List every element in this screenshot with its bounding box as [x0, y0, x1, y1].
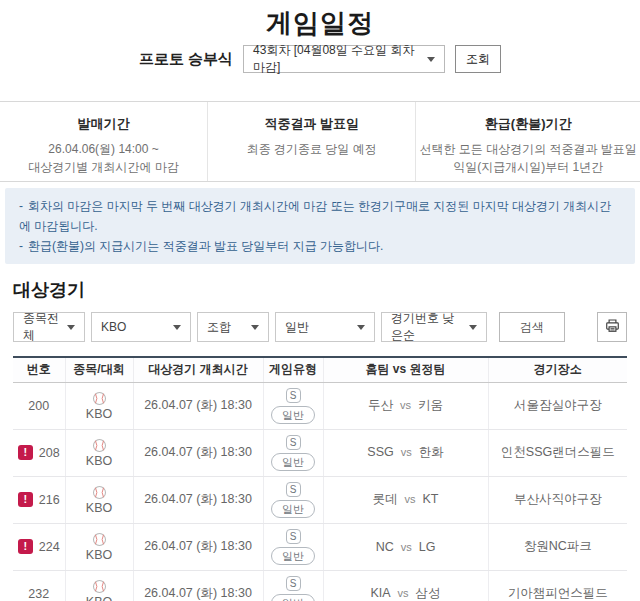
- sport-cell: KBO: [65, 382, 133, 429]
- filter-sort-value: 경기번호 낮은순: [391, 310, 463, 344]
- header-venue: 경기장소: [488, 357, 627, 382]
- filter-game-type-select[interactable]: 일반: [275, 312, 375, 342]
- away-team: KT: [423, 492, 439, 506]
- game-type-pill: 일반: [271, 594, 315, 601]
- note-bullet: -: [19, 239, 23, 253]
- vs-label: vs: [398, 587, 409, 599]
- venue: 창원NC파크: [488, 523, 627, 570]
- alert-icon: !: [18, 539, 33, 554]
- game-type-pill: 일반: [271, 406, 315, 424]
- round-selector-label: 프로토 승부식: [139, 50, 233, 69]
- info-line: 익일(지급개시일)부터 1년간: [416, 158, 640, 176]
- league-label: KBO: [86, 595, 112, 601]
- venue: 인천SSG랜더스필드: [488, 429, 627, 476]
- vs-label: vs: [401, 446, 412, 458]
- filter-sport-select[interactable]: 종목전체: [13, 312, 85, 342]
- sport-cell: KBO: [65, 570, 133, 601]
- game-number: 208: [39, 446, 60, 460]
- game-type-cell: S 일반: [263, 523, 323, 570]
- game-number: 216: [39, 493, 60, 507]
- chevron-down-icon: [427, 57, 435, 62]
- game-schedule-page: 게임일정 프로토 승부식 43회차 [04월08일 수요일 회차마감] 조회 발…: [0, 0, 640, 601]
- filter-row: 종목전체 KBO 조합 일반 경기번호 낮은순 검색: [13, 312, 627, 342]
- away-team: 삼성: [416, 586, 441, 600]
- baseball-icon: [92, 579, 107, 594]
- match-cell: 두산vs키움: [323, 382, 488, 429]
- round-select[interactable]: 43회차 [04월08일 수요일 회차마감]: [243, 45, 445, 73]
- match-cell: KIAvs삼성: [323, 570, 488, 601]
- printer-icon: [604, 317, 621, 337]
- filter-combo-select[interactable]: 조합: [197, 312, 269, 342]
- print-button[interactable]: [597, 312, 627, 342]
- match-cell: 롯데vsKT: [323, 476, 488, 523]
- sport-cell: KBO: [65, 523, 133, 570]
- game-type-cell: S 일반: [263, 382, 323, 429]
- league-label: KBO: [86, 454, 112, 468]
- note-line: -회차의 마감은 마지막 두 번째 대상경기 개최시간에 마감 또는 한경기구매…: [19, 196, 621, 236]
- target-games-title: 대상경기: [13, 278, 640, 302]
- match-cell: SSGvs한화: [323, 429, 488, 476]
- alert-icon: !: [18, 492, 33, 507]
- vs-label: vs: [405, 493, 416, 505]
- inquiry-button[interactable]: 조회: [455, 45, 501, 73]
- away-team: 키움: [418, 398, 443, 412]
- venue: 서울잠실야구장: [488, 382, 627, 429]
- away-team: LG: [419, 540, 436, 554]
- game-type-s-badge: S: [286, 576, 301, 591]
- venue: 부산사직야구장: [488, 476, 627, 523]
- info-line: 26.04.06(월) 14:00 ~: [0, 140, 207, 158]
- game-type-s-badge: S: [286, 388, 301, 403]
- baseball-icon: [92, 391, 107, 406]
- baseball-icon: [92, 485, 107, 500]
- game-time: 26.04.07 (화) 18:30: [133, 523, 263, 570]
- match-cell: NCvsLG: [323, 523, 488, 570]
- home-team: 두산: [368, 398, 393, 412]
- table-row: !208 KBO 26.04.07 (화) 18:30 S 일반 SSGvs한화…: [13, 429, 627, 476]
- game-time: 26.04.07 (화) 18:30: [133, 382, 263, 429]
- info-title: 환급(환불)기간: [416, 115, 640, 133]
- alert-icon: !: [18, 445, 33, 460]
- info-col-sales-period: 발매기간 26.04.06(월) 14:00 ~ 대상경기별 개최시간에 마감: [0, 102, 207, 181]
- league-label: KBO: [86, 501, 112, 515]
- header-time: 대상경기 개최시간: [133, 357, 263, 382]
- game-type-cell: S 일반: [263, 476, 323, 523]
- game-time: 26.04.07 (화) 18:30: [133, 476, 263, 523]
- vs-label: vs: [400, 399, 411, 411]
- away-team: 한화: [419, 445, 444, 459]
- league-label: KBO: [86, 548, 112, 562]
- game-type-s-badge: S: [286, 529, 301, 544]
- info-col-result-date: 적중결과 발표일 최종 경기종료 당일 예정: [207, 102, 415, 181]
- home-team: NC: [376, 540, 394, 554]
- note-bullet: -: [19, 199, 23, 213]
- chevron-down-icon: [469, 325, 477, 330]
- game-type-pill: 일반: [271, 453, 315, 471]
- filter-sport-value: 종목전체: [23, 310, 61, 344]
- filter-sort-select[interactable]: 경기번호 낮은순: [381, 312, 487, 342]
- info-title: 발매기간: [0, 115, 207, 133]
- info-line: 최종 경기종료 당일 예정: [208, 140, 415, 158]
- game-type-s-badge: S: [286, 435, 301, 450]
- game-number: 200: [28, 399, 49, 413]
- filter-league-select[interactable]: KBO: [91, 312, 191, 342]
- sport-cell: KBO: [65, 429, 133, 476]
- baseball-icon: [92, 532, 107, 547]
- game-time: 26.04.07 (화) 18:30: [133, 429, 263, 476]
- filter-combo-value: 조합: [207, 319, 231, 336]
- table-row: !216 KBO 26.04.07 (화) 18:30 S 일반 롯데vsKT …: [13, 476, 627, 523]
- games-table: 번호 종목/대회 대상경기 개최시간 게임유형 홈팀 vs 원정팀 경기장소 2…: [13, 356, 627, 601]
- chevron-down-icon: [67, 325, 75, 330]
- info-panel: 발매기간 26.04.06(월) 14:00 ~ 대상경기별 개최시간에 마감 …: [0, 101, 640, 182]
- info-line: 선택한 모든 대상경기의 적중결과 발표일: [416, 140, 640, 158]
- game-type-pill: 일반: [271, 547, 315, 565]
- league-label: KBO: [86, 407, 112, 421]
- info-title: 적중결과 발표일: [208, 115, 415, 133]
- filter-game-type-value: 일반: [285, 319, 309, 336]
- chevron-down-icon: [173, 325, 181, 330]
- table-row: !224 KBO 26.04.07 (화) 18:30 S 일반 NCvsLG …: [13, 523, 627, 570]
- game-type-pill: 일반: [271, 500, 315, 518]
- table-row: 200 KBO 26.04.07 (화) 18:30 S 일반 두산vs키움 서…: [13, 382, 627, 429]
- home-team: KIA: [370, 586, 390, 600]
- game-type-cell: S 일반: [263, 429, 323, 476]
- search-button[interactable]: 검색: [499, 312, 565, 342]
- table-row: 232 KBO 26.04.07 (화) 18:30 S 일반 KIAvs삼성 …: [13, 570, 627, 601]
